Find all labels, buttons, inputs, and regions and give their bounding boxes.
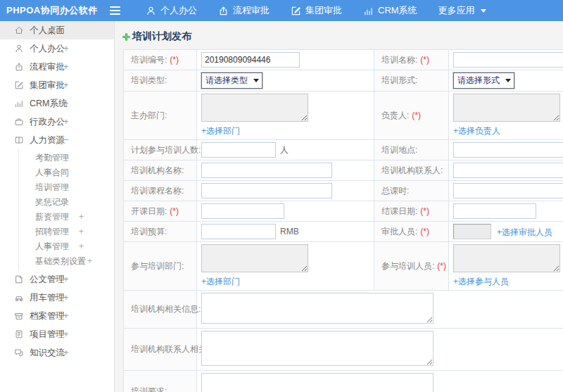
hamburger-menu-icon[interactable]	[104, 6, 125, 15]
nav-crm-system[interactable]: CRM系统	[353, 0, 428, 21]
row-start-date: 开课日期:(*) 结课日期:(*)	[124, 201, 563, 222]
training-mode-select[interactable]: 请选择形式	[453, 72, 514, 89]
sidebar-item-label: 个人桌面	[30, 21, 65, 39]
required-mark: (*)	[420, 206, 429, 216]
book-icon	[14, 135, 24, 145]
sidebar-item-knowledge[interactable]: 知识交流 +	[0, 343, 114, 362]
expand-plus-icon[interactable]: +	[63, 307, 69, 325]
expand-plus-icon[interactable]: +	[87, 254, 92, 269]
join-people-textarea[interactable]	[453, 244, 560, 272]
training-plan-form: 培训编号:(*) 培训名称:(*) 培训类型: 请选择类型 培训形式: 请选择形…	[123, 49, 563, 392]
sidebar-subitem-label: 基础类别设置	[35, 254, 86, 269]
field-label: 主办部门:	[124, 91, 197, 140]
start-date-input[interactable]	[201, 203, 284, 219]
nav-more-apps[interactable]: 更多应用	[428, 0, 497, 21]
row-org-contact-info: 培训机构联系人相关信息:	[124, 329, 563, 371]
chat-bubbles-icon	[14, 348, 24, 358]
sidebar-item-label: CRM系统	[30, 94, 67, 113]
expand-plus-icon[interactable]: +	[79, 225, 84, 239]
required-mark: (*)	[170, 55, 179, 65]
nav-workflow-approval[interactable]: 流程审批	[208, 0, 280, 21]
sidebar-item-label: 用车管理	[30, 289, 65, 307]
share-up-icon	[14, 62, 24, 72]
expand-plus-icon[interactable]: +	[63, 58, 69, 76]
expand-plus-icon[interactable]: +	[63, 113, 69, 131]
row-planned-count: 计划参与培训人数:(*) 人 培训地点:	[124, 140, 563, 160]
sidebar-subitem-reward-record[interactable]: 奖惩记录	[0, 195, 114, 210]
sidebar-subitem-training[interactable]: 培训管理	[0, 180, 114, 195]
expand-plus-icon[interactable]: +	[63, 39, 69, 58]
course-name-input[interactable]	[201, 183, 332, 198]
expand-plus-icon[interactable]: +	[63, 270, 69, 289]
budget-input[interactable]	[201, 224, 276, 239]
select-approver-link[interactable]: +选择审批人员	[497, 227, 552, 237]
select-dept-link[interactable]: +选择部门	[201, 125, 369, 137]
org-contact-input[interactable]	[453, 163, 563, 178]
leader-textarea[interactable]	[453, 94, 560, 122]
sidebar-item-personal-office[interactable]: 个人办公 +	[0, 39, 114, 58]
select-join-dept-link[interactable]: +选择部门	[201, 276, 369, 288]
required-mark: (*)	[420, 55, 429, 65]
nav-label: CRM系统	[378, 4, 417, 17]
sidebar-subitem-recruit[interactable]: 招聘管理+	[0, 225, 114, 239]
top-nav: 个人办公 流程审批 集团审批 CRM系统 更多应用	[135, 0, 497, 21]
sidebar-item-admin-office[interactable]: 行政办公 +	[0, 113, 114, 131]
required-mark: (*)	[420, 227, 429, 236]
org-info-textarea[interactable]	[201, 293, 434, 324]
sidebar-subitem-hr-contract[interactable]: 人事合同	[0, 165, 114, 180]
sidebar-item-workflow-approval[interactable]: 流程审批 +	[0, 58, 114, 76]
approver-input[interactable]	[453, 224, 491, 239]
edit-square-icon	[291, 6, 301, 16]
expand-plus-icon[interactable]: +	[63, 325, 69, 343]
total-hours-input[interactable]	[453, 183, 563, 198]
unit-label: 人	[280, 145, 289, 155]
select-leader-link[interactable]: +选择负责人	[453, 125, 563, 137]
sidebar-subitem-label: 薪资管理	[35, 210, 69, 225]
location-input[interactable]	[453, 142, 563, 158]
field-label: 培训地点:	[374, 140, 449, 160]
org-name-input[interactable]	[201, 163, 332, 178]
expand-plus-icon[interactable]: +	[63, 289, 69, 307]
collapse-minus-icon[interactable]: −	[63, 131, 69, 149]
select-join-people-link[interactable]: +选择参与人员	[453, 276, 563, 288]
sidebar-subitem-salary[interactable]: 薪资管理+	[0, 210, 114, 225]
org-contact-info-textarea[interactable]	[201, 331, 434, 366]
sidebar-item-hr[interactable]: 人力资源 −	[0, 131, 114, 149]
row-org-name: 培训机构名称: 培训机构联系人:	[124, 160, 563, 181]
expand-plus-icon[interactable]: +	[79, 210, 84, 225]
join-dept-textarea[interactable]	[201, 244, 308, 272]
row-org-info: 培训机构相关信息:	[124, 291, 563, 329]
expand-plus-icon[interactable]: +	[79, 239, 84, 254]
field-label: 参与培训部门:	[124, 242, 197, 291]
nav-group-approval[interactable]: 集团审批	[280, 0, 353, 21]
sidebar-item-project[interactable]: 项目管理 +	[0, 325, 114, 343]
sidebar-item-vehicle[interactable]: 用车管理 +	[0, 289, 114, 307]
sidebar-item-crm[interactable]: CRM系统 +	[0, 94, 114, 113]
expand-plus-icon[interactable]: +	[63, 343, 69, 362]
end-date-input[interactable]	[453, 203, 536, 219]
row-course-name: 培训课程名称: 总课时:	[124, 181, 563, 201]
sidebar-item-archive[interactable]: 档案管理 +	[0, 307, 114, 325]
sidebar-subitem-label: 奖惩记录	[35, 195, 69, 210]
sidebar-subitem-personnel[interactable]: 人事管理+	[0, 239, 114, 254]
nav-personal-office[interactable]: 个人办公	[135, 0, 208, 21]
expand-plus-icon[interactable]: +	[63, 94, 69, 113]
sidebar-item-official-doc[interactable]: 公文管理 +	[0, 270, 114, 289]
training-type-select[interactable]: 请选择类型	[201, 72, 262, 89]
sidebar-item-personal-desktop[interactable]: 个人桌面	[0, 21, 114, 39]
field-label: 培训类型:	[124, 70, 197, 91]
planned-count-input[interactable]	[201, 142, 276, 158]
sidebar-item-group-approval[interactable]: 集团审批 +	[0, 76, 114, 94]
training-name-input[interactable]	[453, 52, 563, 68]
nav-label: 个人办公	[160, 4, 197, 17]
training-no-input[interactable]	[201, 52, 300, 68]
user-icon	[14, 44, 24, 53]
requirements-textarea[interactable]	[201, 373, 434, 392]
sidebar-subitem-base-category[interactable]: 基础类别设置+	[0, 254, 114, 269]
expand-plus-icon[interactable]: +	[63, 76, 69, 94]
page-title-text: 培训计划发布	[132, 30, 191, 43]
sidebar-item-label: 知识交流	[30, 343, 65, 362]
sidebar-subitem-attendance[interactable]: 考勤管理	[0, 151, 114, 165]
share-up-icon	[218, 6, 229, 16]
host-dept-textarea[interactable]	[201, 94, 308, 122]
